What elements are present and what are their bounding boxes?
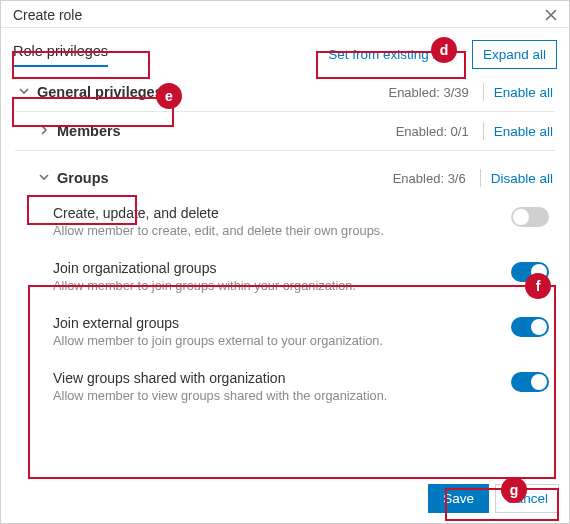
set-from-existing-button[interactable]: Set from existing role <box>319 40 464 69</box>
privilege-desc: Allow member to join groups within your … <box>53 278 501 293</box>
privilege-title: Join organizational groups <box>53 260 501 276</box>
privilege-desc: Allow member to view groups shared with … <box>53 388 501 403</box>
enabled-count: Enabled: 3/39 <box>388 85 468 100</box>
privilege-toggle[interactable] <box>511 262 549 282</box>
tab-role-privileges[interactable]: Role privileges <box>13 43 108 67</box>
privilege-row: Join external groups Allow member to joi… <box>39 299 555 354</box>
privilege-title: View groups shared with organization <box>53 370 501 386</box>
privilege-title: Create, update, and delete <box>53 205 501 221</box>
privilege-row: Join organizational groups Allow member … <box>39 244 555 299</box>
privilege-desc: Allow member to create, edit, and delete… <box>53 223 501 238</box>
privilege-title: Join external groups <box>53 315 501 331</box>
section-general-privileges[interactable]: General privileges Enabled: 3/39 Enable … <box>1 73 569 111</box>
enabled-count: Enabled: 3/6 <box>393 171 466 186</box>
privilege-toggle[interactable] <box>511 317 549 337</box>
dialog-footer: Save Cancel <box>418 476 569 523</box>
chevron-down-icon <box>17 85 31 100</box>
section-members[interactable]: Members Enabled: 0/1 Enable all <box>1 112 569 150</box>
enable-all-link[interactable]: Enable all <box>494 85 553 100</box>
privilege-row: Create, update, and delete Allow member … <box>39 197 555 244</box>
section-title: General privileges <box>37 84 163 100</box>
create-role-dialog: Create role Role privileges Set from exi… <box>0 0 570 524</box>
save-button[interactable]: Save <box>428 484 489 513</box>
tabs-row: Role privileges Set from existing role E… <box>1 28 569 73</box>
privilege-toggle[interactable] <box>511 207 549 227</box>
enable-all-link[interactable]: Enable all <box>494 124 553 139</box>
enabled-count: Enabled: 0/1 <box>396 124 469 139</box>
expand-all-button[interactable]: Expand all <box>472 40 557 69</box>
privilege-toggle[interactable] <box>511 372 549 392</box>
privilege-desc: Allow member to join groups external to … <box>53 333 501 348</box>
section-title: Groups <box>57 170 109 186</box>
disable-all-link[interactable]: Disable all <box>491 171 553 186</box>
close-icon[interactable] <box>543 7 559 23</box>
groups-privileges-list: Create, update, and delete Allow member … <box>1 197 569 413</box>
chevron-right-icon <box>37 124 51 139</box>
section-groups[interactable]: Groups Enabled: 3/6 Disable all <box>1 151 569 197</box>
privilege-row: View groups shared with organization All… <box>39 354 555 409</box>
cancel-button[interactable]: Cancel <box>495 484 559 513</box>
dialog-titlebar: Create role <box>1 1 569 28</box>
section-title: Members <box>57 123 121 139</box>
chevron-down-icon <box>37 171 51 186</box>
dialog-title: Create role <box>13 7 82 23</box>
